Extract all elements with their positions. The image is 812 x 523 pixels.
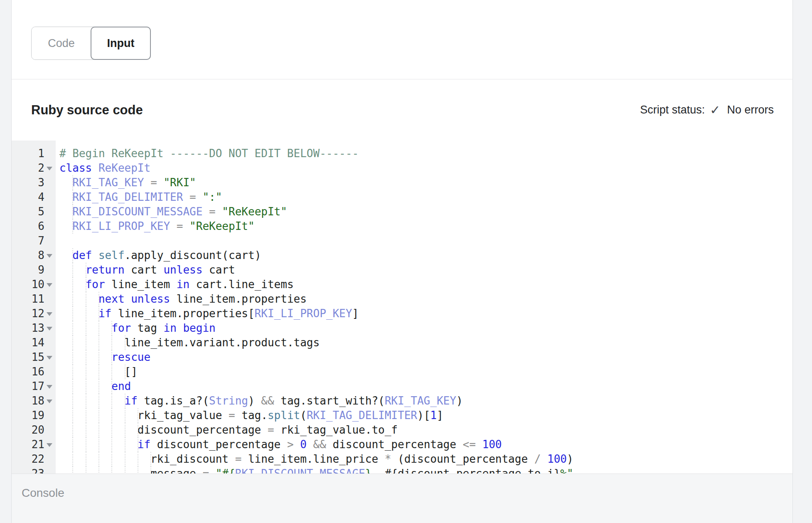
indent-guide <box>86 263 86 277</box>
fold-arrow-icon[interactable] <box>47 254 52 258</box>
token-pl: (discount_percentage <box>391 453 534 465</box>
token-pl: rki_tag_value <box>138 409 229 422</box>
token-pl <box>209 467 216 474</box>
token-kw: for <box>111 322 131 334</box>
token-const: String <box>209 395 248 407</box>
fold-arrow-icon[interactable] <box>47 312 52 316</box>
token-pl: cart.line_items <box>189 278 293 291</box>
token-kw: in <box>163 322 176 334</box>
token-str: ":" <box>202 191 222 203</box>
console-panel: Console <box>12 474 792 523</box>
indent-guide <box>125 394 125 408</box>
code-text: RKI_DISCOUNT_MESSAGE = "ReKeepIt" <box>56 205 792 219</box>
code-line: 6 RKI_LI_PROP_KEY = "ReKeepIt" <box>12 219 792 234</box>
token-op: && <box>261 395 274 407</box>
indent-guide <box>86 350 86 365</box>
fold-arrow-icon[interactable] <box>47 167 52 170</box>
tab-code[interactable]: Code <box>32 27 91 59</box>
code-line: 16 [] <box>12 365 792 379</box>
code-line: 12 if line_item.properties[RKI_LI_PROP_K… <box>12 306 792 321</box>
indent-guide <box>111 423 112 437</box>
code-line: 1# Begin ReKeepIt ------DO NOT EDIT BELO… <box>12 146 792 161</box>
token-kw: for <box>86 278 105 291</box>
line-number: 19 <box>32 409 44 422</box>
code-text: message = "#{RKI_DISCOUNT_MESSAGE} -#{di… <box>56 466 792 474</box>
token-kw: unless <box>131 293 170 305</box>
indent-guide <box>125 365 125 379</box>
code-line: 10 for line_item in cart.line_items <box>12 277 792 292</box>
indent-guide <box>111 379 112 394</box>
token-pl: ] <box>352 307 359 320</box>
gutter: 3 <box>12 175 56 190</box>
fold-arrow-icon[interactable] <box>47 283 52 287</box>
fold-arrow-icon[interactable] <box>47 443 52 447</box>
fold-arrow-icon[interactable] <box>47 327 52 331</box>
gutter: 23 <box>12 466 56 474</box>
line-number: 7 <box>38 234 44 247</box>
indent-guide <box>86 394 86 408</box>
token-str: } <box>365 467 378 474</box>
tab-input[interactable]: Input <box>91 27 151 60</box>
indent-guide <box>138 408 138 423</box>
fold-arrow-icon[interactable] <box>47 356 52 360</box>
token-pl <box>294 438 300 451</box>
indent-guide <box>72 205 73 219</box>
token-kw: next <box>98 293 125 305</box>
token-pl: line_item.variant.product.tags <box>125 336 320 349</box>
token-op: = <box>202 467 209 474</box>
token-pl: rki_tag_value.to_f <box>274 424 398 436</box>
line-number: 2 <box>38 162 44 174</box>
indent-guide <box>98 350 99 365</box>
gutter: 4 <box>12 190 56 205</box>
line-number: 22 <box>32 453 44 465</box>
gutter: 13 <box>12 321 56 336</box>
line-number: 16 <box>32 365 44 378</box>
token-pl: [] <box>125 365 138 378</box>
line-number: 14 <box>32 336 44 349</box>
code-text: if line_item.properties[RKI_LI_PROP_KEY] <box>56 306 792 321</box>
code-line: 20 discount_percentage = rki_tag_value.t… <box>12 423 792 437</box>
token-pl: discount_percentage <box>326 438 463 451</box>
indent-guide <box>86 466 86 474</box>
indent-guide <box>98 452 99 466</box>
indent-guide <box>72 437 73 452</box>
token-pl <box>202 205 209 218</box>
fold-arrow-icon[interactable] <box>47 385 52 389</box>
token-op: = <box>189 191 196 203</box>
token-str: %" <box>560 467 573 474</box>
code-line: 15 rescue <box>12 350 792 365</box>
indent-guide <box>86 437 86 452</box>
code-text <box>56 234 792 248</box>
gutter: 1 <box>12 146 56 161</box>
token-const: RKI_TAG_DELIMITER <box>72 191 183 203</box>
token-kw: def <box>72 249 92 262</box>
gutter: 6 <box>12 219 56 234</box>
fold-arrow-icon[interactable] <box>47 400 52 403</box>
gutter: 7 <box>12 234 56 248</box>
code-line: 19 rki_tag_value = tag.split(RKI_TAG_DEL… <box>12 408 792 423</box>
code-text: # Begin ReKeepIt ------DO NOT EDIT BELOW… <box>56 146 792 161</box>
code-line: 9 return cart unless cart <box>12 263 792 277</box>
token-pl: .apply_discount(cart) <box>125 249 261 262</box>
code-editor[interactable]: 1# Begin ReKeepIt ------DO NOT EDIT BELO… <box>12 141 792 474</box>
code-line: 13 for tag in begin <box>12 321 792 336</box>
code-line: 5 RKI_DISCOUNT_MESSAGE = "ReKeepIt" <box>12 205 792 219</box>
token-str: "ReKeepIt" <box>189 220 255 232</box>
code-text: rescue <box>56 350 792 365</box>
token-com: # Begin ReKeepIt ------DO NOT EDIT BELOW… <box>59 147 359 160</box>
indent-guide <box>98 423 99 437</box>
code-line: 14 line_item.variant.product.tags <box>12 336 792 350</box>
token-op: / <box>534 453 541 465</box>
tab-bar: Code Input <box>31 27 151 60</box>
token-pl: discount_percentage <box>150 438 287 451</box>
token-op: <= <box>463 438 476 451</box>
token-op: > <box>287 438 294 451</box>
indent-guide <box>98 379 99 394</box>
token-num: 0 <box>300 438 307 451</box>
indent-guide <box>125 452 125 466</box>
indent-guide <box>125 336 125 350</box>
token-kw: if <box>98 307 111 320</box>
indent-guide <box>98 336 99 350</box>
gutter: 11 <box>12 292 56 306</box>
indent-guide <box>125 423 125 437</box>
